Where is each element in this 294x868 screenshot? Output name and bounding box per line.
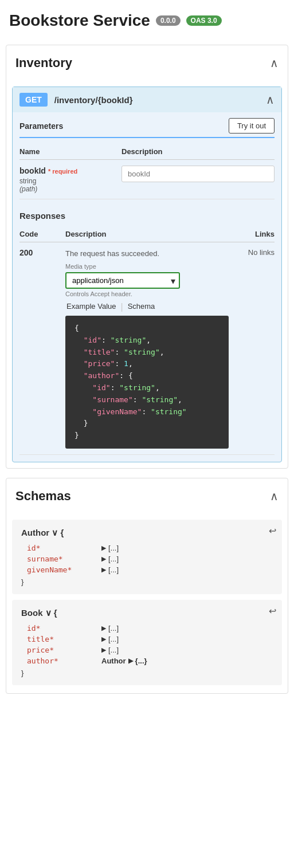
author-schema-block: ↩ Author ∨ { id* ▶ [...] surname* ▶ [...… [12,520,282,594]
col-code-header: Code [19,230,65,238]
try-it-out-button[interactable]: Try it out [229,118,275,133]
params-table-header: Name Description [19,144,275,160]
schemas-chevron-icon: ∧ [270,489,279,503]
schema-tab[interactable]: Schema [127,302,156,312]
param-desc-col [121,166,275,182]
field-expand-price[interactable]: ▶ [...] [101,646,119,654]
param-required: * required [48,168,77,175]
schemas-section-header[interactable]: Schemas ∧ [6,478,288,514]
author-schema-header: Author ∨ { [21,528,273,538]
response-links: No links [229,248,275,257]
endpoint-body: Parameters Try it out Name Description b… [13,118,281,462]
book-schema-header: Book ∨ { [21,608,273,618]
endpoint-left: GET /inventory/{bookId} [19,93,132,107]
chevron-right-icon: ▶ [101,646,106,654]
book-field-id: id* ▶ [...] [27,624,273,633]
response-row-200: 200 The request has succeeded. Media typ… [19,242,275,455]
chevron-right-icon: ▶ [101,544,106,552]
field-expand-givenname[interactable]: ▶ [...] [101,565,119,574]
field-name-author: author* [27,657,84,665]
field-name-title: title* [27,635,84,643]
book-schema-back-icon[interactable]: ↩ [269,606,276,616]
field-expand-surname[interactable]: ▶ [...] [101,555,119,563]
book-toggle-icon[interactable]: ∨ [45,608,52,618]
field-expand-author[interactable]: Author ▶ {...} [101,657,147,665]
media-type-select-wrapper: application/json ▾ [65,272,180,289]
book-field-price: price* ▶ [...] [27,646,273,654]
book-schema-block: ↩ Book ∨ { id* ▶ [...] title* ▶ [...] [12,600,282,685]
oas-badge: OAS 3.0 [186,15,222,26]
param-name: bookId* required [19,166,77,175]
page-header: Bookstore Service 0.0.0 OAS 3.0 [0,0,294,36]
field-name-price: price* [27,646,84,654]
response-desc-text: The request has succeeded. [65,249,159,258]
param-name-col: bookId* required string (path) [19,166,121,193]
author-toggle-icon[interactable]: ∨ [52,528,58,537]
field-expand-id[interactable]: ▶ [...] [101,624,119,633]
author-label: Author [101,657,126,665]
response-code-block: { "id": "string", "title": "string", "pr… [65,316,229,449]
params-header: Parameters Try it out [19,118,275,138]
book-schema-name: Book ∨ { [21,608,57,618]
field-name-id: id* [27,624,84,633]
inventory-section-title: Inventory [15,56,72,70]
field-expand-title[interactable]: ▶ [...] [101,635,119,643]
example-schema-tabs: Example Value | Schema [65,302,229,312]
media-type-label: Media type [65,263,229,270]
chevron-right-icon: ▶ [101,555,106,563]
schemas-section-title: Schemas [15,489,71,504]
author-field-givenname: givenName* ▶ [...] [27,565,273,574]
responses-table-header: Code Description Links [19,226,275,242]
chevron-right-icon: ▶ [101,635,106,643]
inventory-section: Inventory ∧ GET /inventory/{bookId} ∧ Pa… [6,45,288,469]
inventory-chevron-icon: ∧ [270,56,279,70]
chevron-right-icon: ▶ [101,566,106,574]
param-row: bookId* required string (path) [19,160,275,199]
col-links-header: Links [229,230,275,238]
inventory-section-header[interactable]: Inventory ∧ [6,45,288,81]
col-description-header: Description [65,230,229,238]
get-inventory-endpoint: GET /inventory/{bookId} ∧ Parameters Try… [12,87,282,462]
media-type-select[interactable]: application/json [65,272,180,289]
book-schema-fields: id* ▶ [...] title* ▶ [...] price* ▶ [...… [27,624,273,665]
book-field-author: author* Author ▶ {...} [27,657,273,665]
col-name-header: Name [19,147,121,156]
field-expand-id[interactable]: ▶ [...] [101,544,119,552]
field-name-id: id* [27,544,84,552]
author-field-id: id* ▶ [...] [27,544,273,552]
response-code: 200 [19,248,65,257]
author-schema-fields: id* ▶ [...] surname* ▶ [...] givenName* … [27,544,273,574]
endpoint-chevron-icon: ∧ [266,93,275,107]
author-schema-name: Author ∨ { [21,528,64,537]
example-value-tab[interactable]: Example Value [65,302,117,312]
params-label: Parameters [19,121,63,131]
params-table: Name Description bookId* required string… [19,144,275,199]
schemas-section: Schemas ∧ ↩ Author ∨ { id* ▶ [...] surna… [6,478,288,694]
tab-divider: | [120,302,123,312]
col-desc-header: Description [121,147,275,156]
field-name-givenname: givenName* [27,565,84,574]
version-badge: 0.0.0 [156,15,181,26]
param-location: (path) [19,185,121,193]
response-description: The request has succeeded. Media type ap… [65,248,229,449]
responses-section: Responses Code Description Links 200 The… [19,211,275,455]
page-title: Bookstore Service [9,11,150,30]
params-section: Parameters Try it out Name Description b… [19,118,275,199]
author-schema-back-icon[interactable]: ↩ [269,525,276,536]
endpoint-path: /inventory/{bookId} [54,95,133,105]
field-name-surname: surname* [27,555,84,563]
method-badge: GET [19,93,48,107]
controls-text: Controls Accept header. [65,290,229,297]
chevron-right-icon: ▶ [101,625,106,632]
endpoint-header[interactable]: GET /inventory/{bookId} ∧ [13,87,281,112]
book-field-title: title* ▶ [...] [27,635,273,643]
responses-label: Responses [19,211,275,221]
book-schema-close-brace: } [21,669,273,677]
param-type: string [19,177,121,185]
bookid-input[interactable] [121,166,275,182]
chevron-right-icon: ▶ [128,657,133,665]
author-field-surname: surname* ▶ [...] [27,555,273,563]
author-schema-close-brace: } [21,578,273,586]
